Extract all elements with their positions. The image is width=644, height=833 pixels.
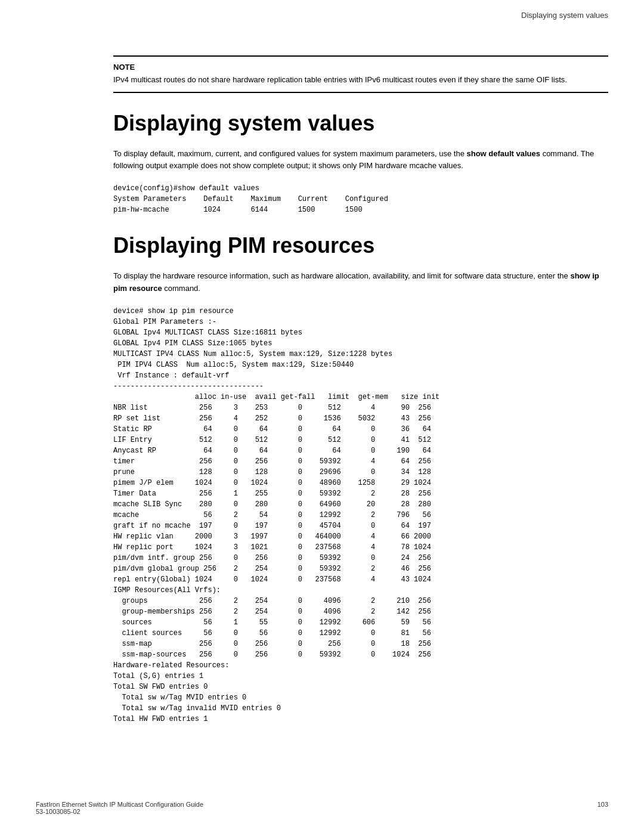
section1-body-before: To display default, maximum, current, an… — [113, 149, 466, 158]
section2: Displaying PIM resources To display the … — [113, 233, 608, 724]
section2-code: device# show ip pim resource Global PIM … — [113, 306, 608, 724]
note-text: IPv4 multicast routes do not share hardw… — [113, 74, 608, 86]
footer: FastIron Ethernet Switch IP Multicast Co… — [0, 801, 644, 815]
header-right: Displaying system values — [0, 0, 644, 20]
section1-body: To display default, maximum, current, an… — [113, 148, 608, 173]
section2-body: To display the hardware resource informa… — [113, 270, 608, 295]
section1-code: device(config)#show default values Syste… — [113, 183, 608, 215]
note-title: NOTE — [113, 63, 608, 72]
footer-left: FastIron Ethernet Switch IP Multicast Co… — [36, 801, 203, 815]
page-container: Displaying system values NOTE IPv4 multi… — [0, 0, 644, 833]
main-content: NOTE IPv4 multicast routes do not share … — [0, 55, 644, 724]
section1-title: Displaying system values — [113, 111, 608, 136]
header-title: Displaying system values — [521, 11, 608, 20]
section2-title: Displaying PIM resources — [113, 233, 608, 258]
footer-line2: 53-1003085-02 — [36, 808, 203, 815]
section1-bold: show default values — [466, 149, 540, 158]
footer-page-number: 103 — [597, 801, 608, 815]
section2-body-after: command. — [162, 284, 200, 293]
section2-body-before: To display the hardware resource informa… — [113, 271, 570, 280]
footer-line1: FastIron Ethernet Switch IP Multicast Co… — [36, 801, 203, 808]
section1: Displaying system values To display defa… — [113, 111, 608, 216]
note-box: NOTE IPv4 multicast routes do not share … — [113, 55, 608, 93]
